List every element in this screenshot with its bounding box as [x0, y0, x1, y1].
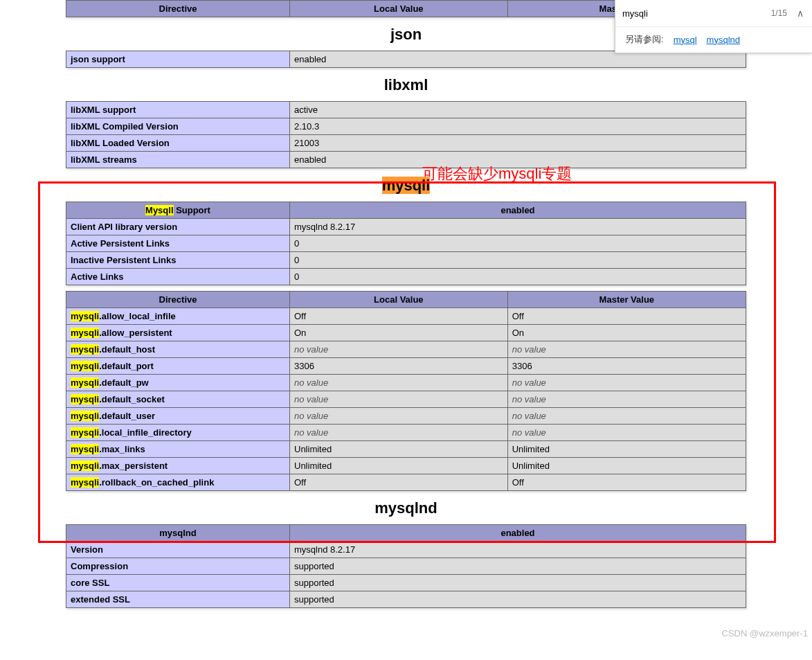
key-cell: libXML Loaded Version — [66, 135, 290, 152]
table-row: mysqli.max_links Unlimited Unlimited — [66, 441, 746, 458]
value-cell: enabled — [290, 51, 746, 68]
table-row: Client API library version mysqlnd 8.2.1… — [66, 219, 746, 235]
mysqli-support-suffix: Support — [174, 205, 210, 215]
value-cell: 0 — [290, 252, 746, 269]
mysqli-title-highlight: mysqli — [382, 177, 431, 194]
col-local-value: Local Value — [290, 292, 508, 308]
key-cell: libXML streams — [66, 152, 290, 168]
table-row: Compression supported — [66, 558, 746, 575]
mysqlnd-table: mysqlnd enabled Version mysqlnd 8.2.17 C… — [66, 524, 746, 608]
value-cell: 21003 — [290, 135, 746, 152]
table-row: libXML support active — [66, 102, 746, 118]
mysqlnd-enabled-header: enabled — [290, 525, 746, 542]
table-row: mysqli.max_persistent Unlimited Unlimite… — [66, 458, 746, 474]
local-value-cell: no value — [290, 408, 508, 425]
local-value-cell: no value — [290, 425, 508, 441]
master-value-cell: no value — [507, 341, 746, 358]
table-row: Version mysqlnd 8.2.17 — [66, 542, 746, 558]
mysqli-enabled-header: enabled — [290, 202, 746, 219]
section-mysqli-title: mysqli — [66, 177, 746, 195]
master-value-cell: no value — [507, 375, 746, 391]
find-prev-icon[interactable]: ∧ — [794, 8, 806, 19]
master-value-cell: no value — [507, 408, 746, 425]
value-cell: 2.10.3 — [290, 118, 746, 135]
master-value-cell: no value — [507, 425, 746, 441]
table-row: mysqli.default_socket no value no value — [66, 391, 746, 408]
table-row: mysqli.default_user no value no value — [66, 408, 746, 425]
directive-cell: mysqli.local_infile_directory — [66, 425, 290, 441]
see-also-link-mysqlnd[interactable]: mysqlnd — [707, 35, 740, 45]
table-row: mysqli.allow_persistent On On — [66, 325, 746, 341]
mysqli-support-header: MysqlI Support — [66, 202, 290, 219]
table-row: core SSL supported — [66, 575, 746, 591]
value-cell: enabled — [290, 152, 746, 168]
table-row: mysqli.local_infile_directory no value n… — [66, 425, 746, 441]
key-cell: Active Persistent Links — [66, 235, 290, 252]
mysqlnd-name-header: mysqlnd — [66, 525, 290, 542]
directive-cell: mysqli.rollback_on_cached_plink — [66, 474, 290, 491]
master-value-cell: no value — [507, 391, 746, 408]
master-value-cell: Unlimited — [507, 458, 746, 474]
key-cell: Version — [66, 542, 290, 558]
table-row: Inactive Persistent Links 0 — [66, 252, 746, 269]
value-cell: 0 — [290, 235, 746, 252]
local-value-cell: no value — [290, 341, 508, 358]
table-row: mysqli.allow_local_infile Off Off — [66, 308, 746, 325]
directive-cell: mysqli.default_pw — [66, 375, 290, 391]
value-cell: supported — [290, 575, 746, 591]
table-row: libXML Compiled Version 2.10.3 — [66, 118, 746, 135]
see-also-link-mysql[interactable]: mysql — [674, 35, 697, 45]
mysqli-directives-table: Directive Local Value Master Value mysql… — [66, 291, 746, 491]
table-row: mysqli.default_pw no value no value — [66, 375, 746, 391]
table-row: Active Links 0 — [66, 269, 746, 285]
directive-cell: mysqli.max_links — [66, 441, 290, 458]
local-value-cell: Off — [290, 474, 508, 491]
directive-cell: mysqli.default_socket — [66, 391, 290, 408]
value-cell: active — [290, 102, 746, 118]
directive-cell: mysqli.default_user — [66, 408, 290, 425]
master-value-cell: 3306 — [507, 358, 746, 375]
local-value-cell: no value — [290, 375, 508, 391]
directive-cell: mysqli.default_port — [66, 358, 290, 375]
col-master-value: Master Value — [507, 292, 746, 308]
key-cell: Client API library version — [66, 219, 290, 235]
key-cell: Inactive Persistent Links — [66, 252, 290, 269]
section-mysqlnd-title: mysqlnd — [66, 499, 746, 517]
key-cell: libXML support — [66, 102, 290, 118]
key-cell: core SSL — [66, 575, 290, 591]
directive-cell: mysqli.default_host — [66, 341, 290, 358]
table-row: mysqli.default_port 3306 3306 — [66, 358, 746, 375]
find-bar: 1/15 ∧ 另请参阅: mysql mysqlnd — [615, 0, 812, 53]
directive-cell: mysqli.max_persistent — [66, 458, 290, 474]
section-libxml-title: libxml — [66, 76, 746, 94]
master-value-cell: On — [507, 325, 746, 341]
value-cell: supported — [290, 591, 746, 608]
key-cell: extended SSL — [66, 591, 290, 608]
master-value-cell: Unlimited — [507, 441, 746, 458]
mysqli-support-prefix: MysqlI — [145, 205, 173, 215]
key-cell: Active Links — [66, 269, 290, 285]
local-value-cell: Off — [290, 308, 508, 325]
value-cell: mysqlnd 8.2.17 — [290, 542, 746, 558]
mysqli-info-table: MysqlI Support enabled Client API librar… — [66, 202, 746, 285]
master-value-cell: Off — [507, 308, 746, 325]
key-cell: json support — [66, 51, 290, 68]
col-local-value: Local Value — [290, 1, 508, 17]
find-input[interactable] — [621, 8, 771, 19]
master-value-cell: Off — [507, 474, 746, 491]
col-directive: Directive — [66, 292, 290, 308]
libxml-table: libXML support active libXML Compiled Ve… — [66, 101, 746, 168]
key-cell: libXML Compiled Version — [66, 118, 290, 135]
table-row: mysqli.default_host no value no value — [66, 341, 746, 358]
table-row: json support enabled — [66, 51, 746, 68]
directive-cell: mysqli.allow_local_infile — [66, 308, 290, 325]
local-value-cell: On — [290, 325, 508, 341]
value-cell: supported — [290, 558, 746, 575]
col-directive: Directive — [66, 1, 290, 17]
table-row: mysqli.rollback_on_cached_plink Off Off — [66, 474, 746, 491]
key-cell: Compression — [66, 558, 290, 575]
value-cell: mysqlnd 8.2.17 — [290, 219, 746, 235]
table-row: libXML streams enabled — [66, 152, 746, 168]
find-count: 1/15 — [771, 8, 787, 18]
value-cell: 0 — [290, 269, 746, 285]
